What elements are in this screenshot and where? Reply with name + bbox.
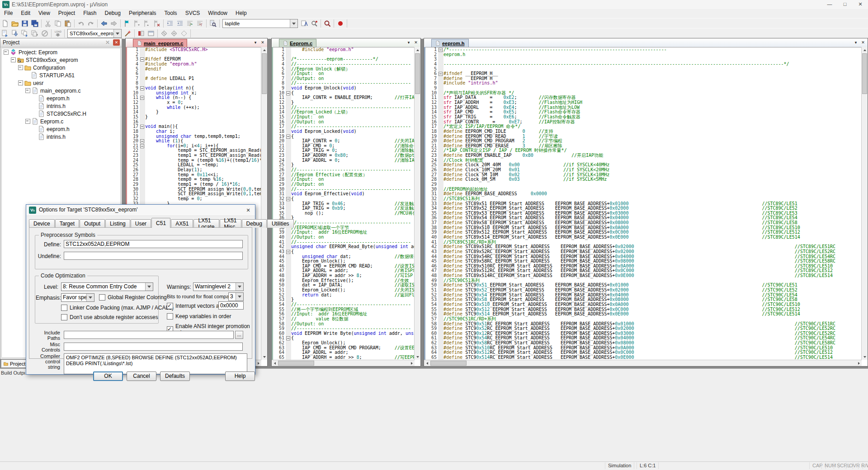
bookmark-flag-button[interactable] xyxy=(122,19,132,28)
pane-menu-icon[interactable]: ▾ xyxy=(852,40,859,46)
fold-minus-icon[interactable] xyxy=(286,91,290,95)
comment-button[interactable]: /* xyxy=(185,19,195,28)
incremental-find-button[interactable] xyxy=(309,19,319,28)
dialog-title-bar[interactable]: V5 Options for Target 'STC89xx5xx_eeprom… xyxy=(26,205,255,216)
bp-disable-all-button[interactable] xyxy=(179,29,189,38)
menu-project[interactable]: Project xyxy=(54,9,79,17)
undo-button[interactable] xyxy=(76,19,86,28)
vertical-scrollbar[interactable] xyxy=(414,47,420,360)
target-options-button[interactable] xyxy=(123,29,133,38)
editor-tab-main_eepprom.c[interactable]: main_eepprom.c xyxy=(133,39,187,47)
save-all-button[interactable] xyxy=(30,19,40,28)
save-button[interactable] xyxy=(20,19,30,28)
cancel-button[interactable]: Cancel xyxy=(127,371,156,381)
tree-item-uesr[interactable]: uesr xyxy=(2,79,120,87)
checkbox-icon[interactable] xyxy=(99,294,105,301)
build-output-tab[interactable]: Build Output xyxy=(1,370,25,377)
flash-download-button[interactable]: LOAD xyxy=(53,29,63,38)
interrupt-address-input[interactable] xyxy=(218,301,244,310)
close-icon[interactable]: ✕ xyxy=(853,0,868,9)
dialog-tab-device[interactable]: Device xyxy=(29,219,55,228)
global-register-coloring-checkbox[interactable]: Global Register Coloring xyxy=(99,294,167,301)
find-dialog-button[interactable] xyxy=(299,19,309,28)
cut-button[interactable] xyxy=(43,19,53,28)
checkbox-icon[interactable] xyxy=(61,314,67,320)
dialog-tab-lx51-misc[interactable]: LX51 Misc xyxy=(220,219,241,228)
tree-item-configuration[interactable]: Configuration xyxy=(2,64,120,71)
panel-close-icon[interactable]: ✕ xyxy=(113,39,120,46)
dialog-close-icon[interactable]: ✕ xyxy=(244,207,252,214)
fold-minus-icon[interactable] xyxy=(140,125,144,129)
new-file-button[interactable] xyxy=(0,19,10,28)
dialog-tab-target[interactable]: Target xyxy=(55,219,79,228)
breakpoint-red-button[interactable] xyxy=(335,19,345,28)
bookmark-clear-button[interactable] xyxy=(152,19,162,28)
dialog-tab-utilities[interactable]: Utilities xyxy=(267,219,294,228)
ok-button[interactable]: OK xyxy=(93,371,123,381)
forward-arrow-button[interactable] xyxy=(109,19,119,28)
pane-close-icon[interactable]: ✕ xyxy=(259,40,266,46)
menu-file[interactable]: File xyxy=(0,9,17,17)
tree-item-stc89c5xrc-h[interactable]: STC89C5xRC.H xyxy=(2,110,120,118)
tree-item-eeprom-h[interactable]: eeprom.h xyxy=(2,94,120,102)
code-area[interactable]: 1/*-------------------------------------… xyxy=(425,47,861,360)
dialog-tab-debug[interactable]: Debug xyxy=(242,219,267,228)
dialog-tab-listing[interactable]: Listing xyxy=(105,219,130,228)
browse-include-paths-button[interactable]: ... xyxy=(235,331,243,339)
target-select-combo[interactable]: STC89xx5xx_eeprom xyxy=(67,29,122,38)
tree-item-eeprom-h[interactable]: eeprom.h xyxy=(2,125,120,133)
tree-item-project-eeprom[interactable]: Project: Eeprom xyxy=(2,48,120,56)
define-input[interactable] xyxy=(64,240,243,248)
menu-svcs[interactable]: SVCS xyxy=(181,9,204,17)
tree-item-startup-a51[interactable]: STARTUP.A51 xyxy=(2,71,120,79)
chevron-down-icon[interactable] xyxy=(145,283,153,291)
include-paths-input[interactable] xyxy=(64,331,234,339)
vertical-scrollbar[interactable] xyxy=(261,47,267,360)
chevron-down-icon[interactable] xyxy=(236,283,243,291)
keep-variables-checkbox[interactable]: Keep variables in order xyxy=(167,313,231,320)
dialog-tab-ax51[interactable]: AX51 xyxy=(171,219,193,228)
bookmark-next-button[interactable] xyxy=(132,19,142,28)
chevron-down-icon[interactable] xyxy=(86,294,94,301)
checkbox-icon[interactable] xyxy=(61,305,67,311)
rebuild-all-button[interactable] xyxy=(20,29,30,38)
dialog-tab-lx51-locate[interactable]: LX51 Locate xyxy=(193,219,219,228)
fold-minus-icon[interactable] xyxy=(140,144,144,148)
tree-item-main-eepprom-c[interactable]: main_eepprom.c xyxy=(2,87,120,94)
uncomment-button[interactable]: */ xyxy=(195,19,205,28)
dialog-tab-user[interactable]: User xyxy=(131,219,151,228)
menu-view[interactable]: View xyxy=(34,9,54,17)
pane-menu-icon[interactable]: ▾ xyxy=(405,40,412,46)
tree-item-intrins-h[interactable]: intrins.h xyxy=(2,133,120,141)
find-in-files-button[interactable] xyxy=(208,19,218,28)
menu-debug[interactable]: Debug xyxy=(101,9,125,17)
build-target-button[interactable] xyxy=(10,29,20,38)
tree-expander-icon[interactable] xyxy=(25,88,30,93)
redo-button[interactable] xyxy=(86,19,96,28)
fold-minus-icon[interactable] xyxy=(140,96,144,100)
emphasis-select[interactable]: Favor speed xyxy=(61,293,94,302)
editor-tab-Eeprom.c[interactable]: Eeprom.c xyxy=(279,39,316,47)
indent-button[interactable] xyxy=(165,19,175,28)
editor-tab-eeprom.h[interactable]: eeprom.h xyxy=(431,39,469,47)
menu-window[interactable]: Window xyxy=(204,9,231,17)
bp-enable-all-button[interactable] xyxy=(169,29,179,38)
minimize-icon[interactable]: ― xyxy=(822,0,837,9)
fold-minus-icon[interactable] xyxy=(140,139,144,143)
bookmark-prev-button[interactable] xyxy=(142,19,152,28)
symbol-search-combo[interactable]: IapIdle xyxy=(222,19,298,28)
tree-item-intrins-h[interactable]: intrins.h xyxy=(2,102,120,110)
checkbox-icon[interactable] xyxy=(167,303,173,309)
pane-close-icon[interactable]: ✕ xyxy=(859,40,867,46)
pin-icon[interactable]: ⛌ xyxy=(104,39,111,46)
bits-round-select[interactable]: 3 xyxy=(228,292,244,301)
tree-expander-icon[interactable] xyxy=(4,50,9,55)
help-button[interactable]: Help xyxy=(225,371,255,381)
dialog-tab-c51[interactable]: C51 xyxy=(151,218,170,228)
copy-button[interactable] xyxy=(53,19,63,28)
linker-code-packing-checkbox[interactable]: Linker Code Packing (max. AJMP / ACALL) xyxy=(61,305,174,311)
debug-session-button[interactable] xyxy=(136,29,146,38)
pane-close-icon[interactable]: ✕ xyxy=(412,40,420,46)
absolute-register-accesses-checkbox[interactable]: Don't use absolute register accesses xyxy=(61,314,158,320)
maximize-icon[interactable]: □ xyxy=(837,0,853,9)
